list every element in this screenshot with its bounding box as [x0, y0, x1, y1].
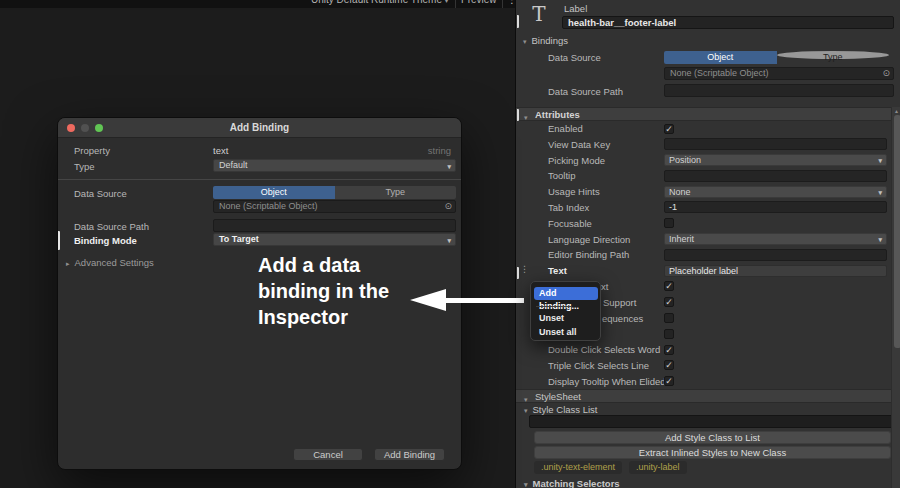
data-source-object-field[interactable]: None (Scriptable Object)⊙: [213, 200, 456, 213]
drag-handle-icon[interactable]: ⋮: [520, 264, 528, 274]
annotation-line: Add a data: [258, 252, 389, 278]
checkbox-unchecked-icon[interactable]: [664, 218, 674, 228]
foldout-open-icon: ▾: [524, 407, 528, 414]
dialog-titlebar[interactable]: Add Binding: [58, 118, 461, 138]
object-picker-icon[interactable]: ⊙: [444, 201, 452, 212]
theme-dropdown-label: Unity Default Runtime Theme: [311, 0, 442, 5]
advanced-settings-label: Advanced Settings: [75, 257, 154, 268]
text-input[interactable]: [664, 170, 887, 182]
style-class-input[interactable]: [529, 415, 896, 428]
scrollbar-thumb[interactable]: [894, 115, 900, 348]
type-label: Type: [74, 161, 95, 172]
attribute-label: Text: [548, 264, 567, 278]
annotation-arrow-head: [410, 289, 446, 311]
attribute-row-display-tooltip: Display Tooltip When Elided: [516, 374, 891, 390]
chevron-down-icon: ▾: [878, 188, 882, 198]
binding-mode-dropdown[interactable]: To Target▾: [213, 233, 456, 246]
text-input[interactable]: -1: [664, 201, 887, 213]
stylesheet-section-header[interactable]: ▾ StyleSheet: [516, 389, 900, 403]
attribute-label: Triple Click Selects Line: [548, 359, 649, 373]
label-element-icon: T: [528, 2, 550, 26]
kebab-menu-icon[interactable]: ⋮: [507, 0, 515, 5]
class-pill-list: .unity-text-element .unity-label: [534, 461, 687, 474]
object-tab[interactable]: Object: [213, 186, 335, 199]
checkbox-checked-icon[interactable]: [664, 124, 674, 134]
checkbox-checked-icon[interactable]: [664, 297, 674, 307]
attributes-section-header[interactable]: ▾ Attributes: [516, 107, 900, 121]
class-pill[interactable]: .unity-label: [629, 461, 687, 474]
class-pill[interactable]: .unity-text-element: [534, 461, 622, 474]
matching-selectors-label: Matching Selectors: [533, 478, 620, 488]
element-name-input[interactable]: health-bar__footer-label: [562, 16, 894, 29]
type-dropdown[interactable]: Default▾: [213, 159, 456, 172]
checkbox-checked-icon[interactable]: [664, 360, 674, 370]
add-binding-button[interactable]: Add Binding: [374, 448, 445, 461]
theme-dropdown[interactable]: Unity Default Runtime Theme ▾: [311, 0, 448, 5]
checkbox-checked-icon[interactable]: [664, 376, 674, 386]
zoom-window-icon[interactable]: [95, 124, 103, 132]
cancel-button[interactable]: Cancel: [293, 448, 363, 461]
attribute-row-triple-click: Triple Click Selects Line: [516, 358, 891, 374]
text-input[interactable]: Placeholder label: [664, 265, 887, 277]
matching-selectors-foldout[interactable]: ▾Matching Selectors: [524, 478, 620, 488]
override-marker: [517, 267, 519, 279]
chevron-down-icon: ▾: [445, 0, 449, 4]
element-type-label: Label: [564, 3, 587, 14]
checkbox-checked-icon[interactable]: [664, 281, 674, 291]
dropdown[interactable]: Inherit▾: [664, 233, 887, 245]
scroll-up-icon[interactable]: ▲: [894, 108, 899, 114]
close-window-icon[interactable]: [67, 124, 75, 132]
property-label: Property: [74, 145, 110, 156]
object-picker-icon[interactable]: ⊙: [882, 68, 890, 79]
preview-button[interactable]: Preview: [461, 0, 497, 5]
attribute-label: Support: [603, 296, 636, 310]
inspector-scrollbar[interactable]: ▲: [891, 107, 900, 488]
attributes-rows: Enabled View Data Key Picking ModePositi…: [516, 121, 891, 390]
attribute-row-tab-index: Tab Index-1: [516, 200, 891, 216]
menu-divider: [536, 306, 572, 307]
binding-context-menu: Add binding... Unset Unset all: [530, 281, 601, 341]
text-input[interactable]: [664, 249, 887, 261]
object-field-value: None (Scriptable Object): [219, 201, 318, 211]
attribute-label: Double Click Selects Word: [548, 343, 660, 357]
dropdown[interactable]: Position▾: [664, 154, 887, 166]
dropdown-value: None: [669, 187, 691, 197]
dropdown[interactable]: None▾: [664, 186, 887, 198]
checkbox-unchecked-icon[interactable]: [664, 329, 674, 339]
data-source-path-input[interactable]: [664, 84, 894, 97]
dialog-title: Add Binding: [58, 118, 461, 138]
annotation-line: Inspector: [258, 304, 389, 330]
extract-inlined-styles-button[interactable]: Extract Inlined Styles to New Class: [534, 446, 891, 459]
checkbox-unchecked-icon[interactable]: [664, 313, 674, 323]
checkbox-checked-icon[interactable]: [664, 345, 674, 355]
add-style-class-button[interactable]: Add Style Class to List: [534, 431, 891, 444]
attribute-label: Usage Hints: [548, 185, 600, 199]
attributes-header-label: Attributes: [535, 108, 580, 121]
minimize-window-icon[interactable]: [81, 124, 89, 132]
data-source-path-input[interactable]: [213, 219, 456, 232]
bindings-foldout[interactable]: ▾Bindings: [523, 35, 568, 46]
menu-item-unset-all[interactable]: Unset all: [539, 327, 577, 337]
object-field-value: None (Scriptable Object): [670, 68, 769, 78]
data-source-object-field[interactable]: None (Scriptable Object)⊙: [664, 67, 894, 80]
type-tab[interactable]: Type: [777, 51, 890, 59]
text-input[interactable]: [664, 138, 887, 150]
data-source-toggle: Object Type: [213, 186, 456, 199]
foldout-closed-icon: ▸: [66, 260, 70, 267]
data-source-label: Data Source: [74, 188, 127, 199]
chevron-down-icon: ▾: [878, 235, 882, 245]
attribute-row-view-data-key: View Data Key: [516, 137, 891, 153]
attribute-row-focusable: Focusable: [516, 216, 891, 232]
annotation-arrow-shaft: [444, 298, 524, 303]
object-tab[interactable]: Object: [664, 51, 777, 64]
foldout-open-icon: ▾: [524, 481, 528, 488]
attribute-label: Enabled: [548, 122, 583, 136]
data-source-path-label: Data Source Path: [74, 221, 149, 232]
type-tab[interactable]: Type: [335, 186, 457, 199]
advanced-settings-foldout[interactable]: ▸Advanced Settings: [66, 257, 154, 268]
menu-item-unset[interactable]: Unset: [539, 313, 564, 323]
inspector-panel: T Label health-bar__footer-label ▾Bindin…: [515, 0, 900, 488]
style-class-list-foldout[interactable]: ▾Style Class List: [524, 404, 597, 415]
menu-item-add-binding[interactable]: Add binding...: [534, 287, 598, 300]
attribute-label: Tooltip: [548, 169, 575, 183]
